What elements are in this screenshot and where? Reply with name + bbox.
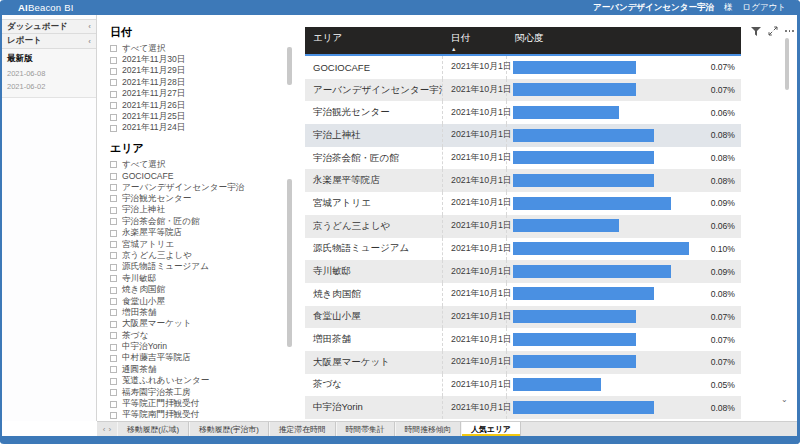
checkbox-icon[interactable] — [110, 264, 117, 271]
checkbox-icon[interactable] — [110, 45, 117, 52]
area-filter-option[interactable]: 福寿園宇治茶工房 — [110, 387, 302, 398]
tab-時間帯集計[interactable]: 時間帯集計 — [336, 422, 395, 436]
area-filter-option[interactable]: 寺川敏邸 — [110, 273, 302, 284]
checkbox-icon[interactable] — [110, 218, 117, 225]
table-row[interactable]: 中宇治Yorin2021年10月1日0.08% — [305, 396, 741, 419]
checkbox-icon[interactable] — [110, 401, 117, 408]
checkbox-icon[interactable] — [110, 366, 117, 373]
checkbox-icon[interactable] — [110, 57, 117, 64]
table-row[interactable]: 食堂山小屋2021年10月1日0.07% — [305, 306, 741, 329]
table-row[interactable]: 源氏物語ミュージアム2021年10月1日0.10% — [305, 238, 741, 261]
scrollbar-thumb[interactable] — [287, 47, 292, 85]
checkbox-icon[interactable] — [110, 389, 117, 396]
checkbox-icon[interactable] — [110, 195, 117, 202]
area-filter-option[interactable]: GOCIOCAFE — [110, 171, 302, 182]
area-filter-option[interactable]: 茶づな — [110, 330, 302, 341]
table-row[interactable]: 焼き肉国館2021年10月1日0.08% — [305, 283, 741, 306]
checkbox-icon[interactable] — [110, 161, 117, 168]
area-filter-option[interactable]: 莵道ふれあいセンター — [110, 376, 302, 387]
checkbox-icon[interactable] — [110, 241, 117, 248]
date-filter-option[interactable]: 2021年11月27日 — [110, 89, 302, 100]
area-filter-option[interactable]: 食堂山小屋 — [110, 296, 302, 307]
column-header-date[interactable]: 日付 ▲ — [443, 27, 507, 54]
table-row[interactable]: 宇治上神社2021年10月1日0.08% — [305, 124, 741, 147]
table-row[interactable]: GOCIOCAFE2021年10月1日0.07% — [305, 56, 741, 79]
checkbox-icon[interactable] — [110, 378, 117, 385]
latest-version-label[interactable]: 最新版 — [7, 53, 91, 65]
checkbox-icon[interactable] — [110, 68, 117, 75]
date-filter-option[interactable]: 2021年11月28日 — [110, 77, 302, 88]
column-header-area[interactable]: エリア — [305, 27, 443, 54]
table-row[interactable]: 宇治観光センター2021年10月1日0.06% — [305, 101, 741, 124]
date-filter-option[interactable]: 2021年11月29日 — [110, 66, 302, 77]
table-row[interactable]: 寺川敏邸2021年10月1日0.09% — [305, 260, 741, 283]
area-filter-option[interactable]: 増田茶舗 — [110, 307, 302, 318]
table-row[interactable]: 茶づな2021年10月1日0.05% — [305, 374, 741, 397]
sidebar-item-dashboard[interactable]: ダッシュボード ‹ — [2, 19, 96, 34]
checkbox-icon[interactable] — [110, 344, 117, 351]
area-filter-option[interactable]: 源氏物語ミュージアム — [110, 262, 302, 273]
area-filter-option[interactable]: 平等院南門拝観受付 — [110, 410, 302, 421]
table-scrollbar[interactable] — [785, 38, 790, 394]
area-filter-option[interactable]: 平等院正門拝観受付 — [110, 398, 302, 409]
checkbox-icon[interactable] — [110, 298, 117, 305]
date-filter-option[interactable]: 2021年11月25日 — [110, 111, 302, 122]
tab-nav-next-icon[interactable]: › — [109, 425, 112, 434]
date-filter-option[interactable]: 2021年11月26日 — [110, 100, 302, 111]
chevron-down-icon[interactable]: ⌄ — [781, 395, 788, 404]
tab-推定滞在時間[interactable]: 推定滞在時間 — [269, 422, 336, 436]
table-row[interactable]: 永楽屋平等院店2021年10月1日0.08% — [305, 169, 741, 192]
area-filter-option[interactable]: 焼き肉国館 — [110, 284, 302, 295]
sort-ascending-icon[interactable]: ▲ — [451, 46, 507, 52]
checkbox-icon[interactable] — [110, 355, 117, 362]
sidebar-item-report[interactable]: レポート ‹ — [2, 34, 96, 49]
report-version-date[interactable]: 2021-06-02 — [7, 82, 91, 91]
area-filter-option[interactable]: 中村藤吉平等院店 — [110, 353, 302, 364]
checkbox-icon[interactable] — [110, 287, 117, 294]
checkbox-icon[interactable] — [110, 207, 117, 214]
focus-mode-icon[interactable] — [767, 26, 778, 36]
report-version-date[interactable]: 2021-06-08 — [7, 69, 91, 78]
area-filter-scrollbar[interactable] — [287, 161, 292, 419]
checkbox-icon[interactable] — [110, 412, 117, 419]
area-filter-option[interactable]: 宮城アトリエ — [110, 239, 302, 250]
table-row[interactable]: 京うどん三よしや2021年10月1日0.06% — [305, 215, 741, 238]
area-filter-option[interactable]: 京うどん三よしや — [110, 250, 302, 261]
logout-link[interactable]: ログアウト — [743, 2, 787, 14]
tab-人気エリア[interactable]: 人気エリア — [461, 422, 521, 436]
more-options-icon[interactable] — [784, 26, 795, 36]
area-filter-option[interactable]: 宇治観光センター — [110, 193, 302, 204]
checkbox-icon[interactable] — [110, 184, 117, 191]
date-filter-option[interactable]: すべて選択 — [110, 43, 302, 54]
checkbox-icon[interactable] — [110, 79, 117, 86]
scrollbar-thumb[interactable] — [785, 38, 789, 90]
table-row[interactable]: アーバンデザインセンター宇治2021年10月1日0.07% — [305, 79, 741, 102]
table-row[interactable]: 宇治茶会館・匠の館2021年10月1日0.08% — [305, 147, 741, 170]
date-filter-scrollbar[interactable] — [287, 45, 292, 149]
tab-nav-prev-icon[interactable]: ‹ — [103, 425, 106, 434]
area-filter-option[interactable]: すべて選択 — [110, 159, 302, 170]
checkbox-icon[interactable] — [110, 309, 117, 316]
date-filter-option[interactable]: 2021年11月24日 — [110, 123, 302, 134]
checkbox-icon[interactable] — [110, 125, 117, 132]
filter-funnel-icon[interactable] — [750, 26, 761, 36]
column-header-interest[interactable]: 関心度 — [507, 27, 741, 54]
area-filter-option[interactable]: アーバンデザインセンター宇治 — [110, 182, 302, 193]
area-filter-option[interactable]: 永楽屋平等院店 — [110, 227, 302, 238]
checkbox-icon[interactable] — [110, 102, 117, 109]
tab-時間推移傾向[interactable]: 時間推移傾向 — [395, 422, 462, 436]
checkbox-icon[interactable] — [110, 252, 117, 259]
table-row[interactable]: 宮城アトリエ2021年10月1日0.09% — [305, 192, 741, 215]
checkbox-icon[interactable] — [110, 91, 117, 98]
checkbox-icon[interactable] — [110, 321, 117, 328]
area-filter-option[interactable]: 大阪屋マーケット — [110, 319, 302, 330]
tab-移動履歴(広域)[interactable]: 移動履歴(広域) — [117, 422, 189, 436]
checkbox-icon[interactable] — [110, 173, 117, 180]
area-filter-option[interactable]: 通圓茶舗 — [110, 364, 302, 375]
area-filter-option[interactable]: 宇治上神社 — [110, 205, 302, 216]
checkbox-icon[interactable] — [110, 114, 117, 121]
area-filter-option[interactable]: 宇治茶会館・匠の館 — [110, 216, 302, 227]
area-filter-option[interactable]: 中宇治Yorin — [110, 341, 302, 352]
table-row[interactable]: 大阪屋マーケット2021年10月1日0.07% — [305, 351, 741, 374]
checkbox-icon[interactable] — [110, 230, 117, 237]
